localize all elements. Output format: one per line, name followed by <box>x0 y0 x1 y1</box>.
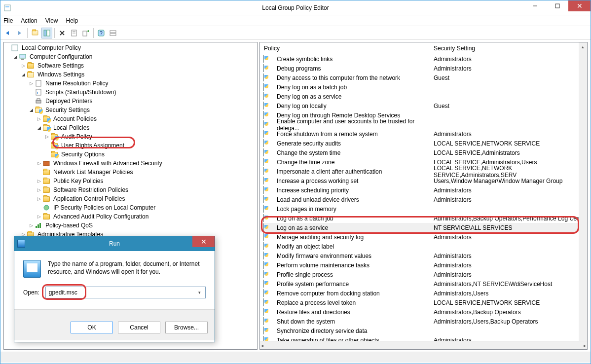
dropdown-icon[interactable]: ▾ <box>195 290 203 295</box>
policy-row[interactable]: Modify firmware environment valuesAdmini… <box>260 251 587 260</box>
policy-item-icon <box>263 308 271 316</box>
svg-rect-23 <box>36 226 37 228</box>
help-button[interactable]: ? <box>96 28 107 38</box>
delete-button[interactable] <box>57 28 68 38</box>
maximize-button[interactable] <box>546 0 568 11</box>
minimize-button[interactable] <box>524 0 546 11</box>
folder-shield-icon <box>50 150 58 158</box>
tree-software-restriction[interactable]: ▷Software Restriction Policies <box>4 185 257 194</box>
policy-row[interactable]: Log on as a serviceNT SERVICE\ALL SERVIC… <box>260 223 587 232</box>
tree-name-resolution[interactable]: ▷Name Resolution Policy <box>4 79 257 88</box>
policy-row[interactable]: Impersonate a client after authenticatio… <box>260 167 587 176</box>
up-button[interactable] <box>30 28 40 38</box>
tree-user-rights-assignment[interactable]: User Rights Assignment <box>4 141 257 150</box>
svg-rect-20 <box>37 99 40 100</box>
toolbar-separator <box>93 28 94 38</box>
policy-row[interactable]: Lock pages in memory <box>260 204 587 214</box>
policy-name: Change the time zone <box>273 159 432 166</box>
tree-windows-firewall[interactable]: ▷Windows Firewall with Advanced Security <box>4 159 257 168</box>
policy-row[interactable]: Load and unload device driversAdministra… <box>260 195 587 204</box>
tree-network-list[interactable]: Network List Manager Policies <box>4 168 257 177</box>
policy-row[interactable]: Profile system performanceAdministrators… <box>260 279 587 289</box>
menu-view[interactable]: View <box>45 17 58 24</box>
tree-security-options[interactable]: Security Options <box>4 150 257 159</box>
policy-setting: NT SERVICE\ALL SERVICES <box>432 224 587 231</box>
folder-icon <box>42 195 50 203</box>
tree-security-settings[interactable]: ◢Security Settings <box>4 106 257 114</box>
column-policy[interactable]: Policy <box>260 45 432 52</box>
policy-row[interactable]: Increase a process working setUsers,Wind… <box>260 176 587 185</box>
close-button[interactable]: ✕ <box>568 0 591 11</box>
policy-row[interactable]: Change the system timeLOCAL SERVICE,Admi… <box>260 148 587 157</box>
policy-row[interactable]: Restore files and directoriesAdministrat… <box>260 307 587 317</box>
run-browse-button[interactable]: Browse... <box>165 322 208 333</box>
menu-file[interactable]: File <box>3 17 13 24</box>
policy-row[interactable]: Deny log on as a batch job <box>260 82 587 92</box>
run-close-button[interactable]: ✕ <box>192 236 215 247</box>
policy-name: Profile system performance <box>273 281 432 288</box>
policy-item-icon <box>263 252 271 260</box>
tree-advanced-audit[interactable]: ▷Advanced Audit Policy Configuration <box>4 212 257 221</box>
policy-list[interactable]: Create symbolic linksAdministratorsDebug… <box>260 54 587 341</box>
show-tree-button[interactable] <box>41 28 52 38</box>
back-button[interactable] <box>2 28 13 38</box>
tree-computer-config[interactable]: ◢Computer Configuration <box>4 52 257 61</box>
policy-row[interactable]: Debug programsAdministrators <box>260 64 587 73</box>
policy-row[interactable]: Force shutdown from a remote systemAdmin… <box>260 129 587 139</box>
policy-row[interactable]: Modify an object label <box>260 242 587 251</box>
run-ok-button[interactable]: OK <box>71 322 113 333</box>
policy-row[interactable]: Manage auditing and security logAdminist… <box>260 232 587 242</box>
policy-tree[interactable]: Local Computer Policy ◢Computer Configur… <box>4 42 257 240</box>
policy-row[interactable]: Deny log on locallyGuest <box>260 101 587 110</box>
tree-public-key[interactable]: ▷Public Key Policies <box>4 177 257 185</box>
policy-row[interactable]: Replace a process level tokenLOCAL SERVI… <box>260 298 587 307</box>
tree-software-settings[interactable]: ▷Software Settings <box>4 61 257 70</box>
policy-row[interactable]: Take ownership of files or other objects… <box>260 335 587 341</box>
policy-root-icon <box>11 44 19 52</box>
tree-ip-security[interactable]: IP Security Policies on Local Computer <box>4 203 257 212</box>
run-cancel-button[interactable]: Cancel <box>118 322 160 333</box>
policy-row[interactable]: Synchronize directory service data <box>260 326 587 335</box>
policy-row[interactable]: Log on as a batch jobAdministrators,Back… <box>260 214 587 223</box>
policy-setting: Administrators,Backup Operators <box>432 309 587 316</box>
tree-policy-qos[interactable]: ▷Policy-based QoS <box>4 221 257 230</box>
tree-deployed-printers[interactable]: Deployed Printers <box>4 97 257 106</box>
svg-rect-17 <box>36 80 41 86</box>
menu-help[interactable]: Help <box>66 17 78 24</box>
column-setting[interactable]: Security Setting <box>432 45 587 52</box>
horizontal-scrollbar[interactable]: ◂▸ <box>260 341 587 349</box>
tree-audit-policy[interactable]: ▷Audit Policy <box>4 132 257 141</box>
forward-button[interactable] <box>14 28 25 38</box>
vertical-scrollbar[interactable]: ▴ <box>579 42 587 341</box>
policy-row[interactable]: Perform volume maintenance tasksAdminist… <box>260 260 587 270</box>
tree-root[interactable]: Local Computer Policy <box>4 43 257 52</box>
policy-row[interactable]: Increase scheduling priorityAdministrato… <box>260 185 587 195</box>
policy-row[interactable]: Generate security auditsLOCAL SERVICE,NE… <box>260 139 587 148</box>
policy-row[interactable]: Profile single processAdministrators <box>260 270 587 279</box>
policy-row[interactable]: Enable computer and user accounts to be … <box>260 120 587 129</box>
tree-account-policies[interactable]: ▷Account Policies <box>4 114 257 123</box>
export-button[interactable] <box>80 28 91 38</box>
tree-windows-settings[interactable]: ◢Windows Settings <box>4 70 257 79</box>
policy-row[interactable]: Remove computer from docking stationAdmi… <box>260 289 587 298</box>
filter-button[interactable] <box>108 28 118 38</box>
policy-item-icon <box>263 318 271 326</box>
policy-setting: Guest <box>432 74 587 81</box>
tree-local-policies[interactable]: ◢Local Policies <box>4 123 257 132</box>
policy-name: Modify firmware environment values <box>273 253 432 259</box>
policy-row[interactable]: Deny log on as a service <box>260 92 587 101</box>
menu-action[interactable]: Action <box>21 17 37 24</box>
scroll-up-icon[interactable]: ▴ <box>579 42 587 51</box>
tree-scripts[interactable]: Scripts (Startup/Shutdown) <box>4 88 257 97</box>
policy-row[interactable]: Create symbolic linksAdministrators <box>260 54 587 64</box>
policy-name: Shut down the system <box>273 318 432 325</box>
properties-button[interactable] <box>69 28 79 38</box>
tree-application-control[interactable]: ▷Application Control Policies <box>4 194 257 203</box>
policy-row[interactable]: Shut down the systemAdministrators,Users… <box>260 317 587 326</box>
run-input[interactable] <box>48 289 195 296</box>
policy-row[interactable]: Deny access to this computer from the ne… <box>260 73 587 82</box>
policy-setting: Administrators,Backup Operators,Performa… <box>432 215 587 222</box>
policy-name: Profile single process <box>273 271 432 278</box>
folder-icon <box>27 62 35 70</box>
policy-item-icon <box>263 215 271 222</box>
